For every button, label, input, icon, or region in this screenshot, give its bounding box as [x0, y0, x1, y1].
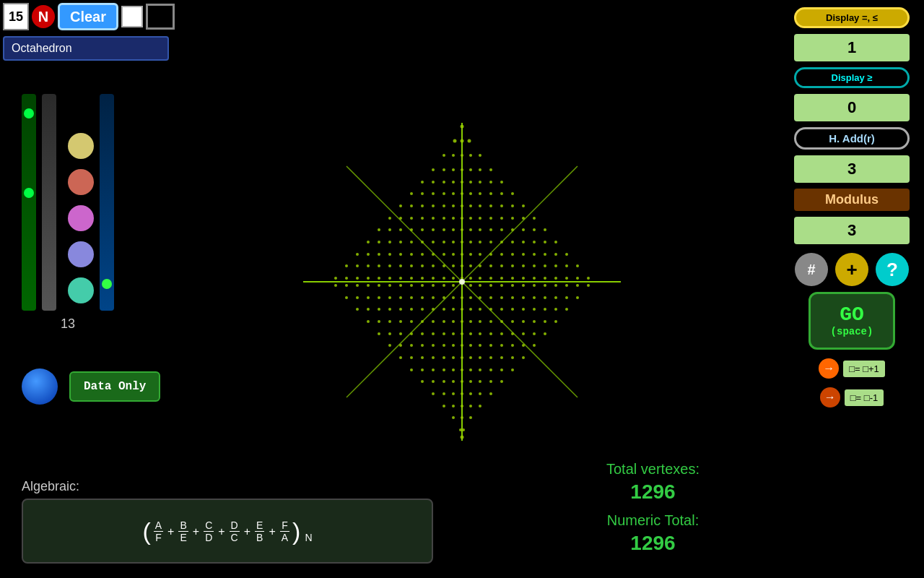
display-lte-button[interactable]: Display =, ≤ [794, 7, 910, 28]
svg-point-136 [421, 264, 424, 267]
green-slider[interactable] [22, 94, 36, 311]
display-gte-button[interactable]: Display ≥ [794, 67, 910, 88]
increment-plus-arrow[interactable]: → [819, 358, 839, 379]
svg-point-32 [500, 181, 503, 184]
question-icon[interactable]: ? [876, 253, 909, 286]
svg-point-265 [378, 332, 380, 335]
svg-point-197 [544, 284, 546, 287]
svg-point-258 [489, 320, 492, 323]
svg-point-252 [432, 320, 435, 323]
svg-point-342 [452, 416, 455, 419]
increment-minus-row: → □= □-1 [820, 387, 884, 407]
svg-point-8 [461, 125, 464, 129]
svg-point-156 [378, 277, 380, 280]
svg-point-140 [461, 264, 463, 267]
shape-dropdown[interactable]: Octahedron [3, 36, 169, 61]
svg-point-247 [378, 320, 380, 323]
frac-num-b: B [178, 519, 188, 532]
svg-point-17 [432, 168, 435, 171]
svg-point-332 [452, 392, 455, 395]
svg-point-238 [489, 308, 492, 311]
svg-point-318 [489, 368, 492, 371]
hadd-button[interactable]: H. Add(r) [794, 127, 910, 150]
go-button[interactable]: GO (space) [808, 292, 895, 350]
svg-point-333 [461, 392, 463, 395]
svg-point-190 [469, 284, 472, 287]
svg-point-144 [500, 264, 503, 267]
svg-point-135 [410, 264, 413, 267]
svg-point-96 [443, 241, 445, 243]
svg-point-31 [489, 181, 492, 184]
svg-point-47 [432, 204, 435, 207]
blue-slider[interactable] [100, 94, 114, 311]
n-badge: N [32, 5, 55, 28]
hash-icon[interactable]: # [795, 253, 828, 286]
svg-point-173 [554, 277, 557, 280]
svg-point-191 [479, 284, 481, 287]
svg-point-188 [443, 284, 445, 287]
modulus-value: 3 [794, 217, 910, 244]
svg-point-72 [378, 228, 380, 231]
svg-point-176 [587, 277, 590, 280]
svg-point-291 [479, 344, 481, 347]
svg-point-194 [511, 284, 514, 287]
svg-point-287 [443, 344, 445, 347]
svg-point-159 [410, 277, 413, 280]
svg-point-139 [452, 264, 455, 267]
svg-point-282 [388, 344, 391, 347]
svg-point-249 [399, 320, 402, 323]
clear-button[interactable]: Clear [58, 3, 118, 30]
plus-icon[interactable]: + [835, 253, 868, 286]
svg-point-102 [500, 241, 503, 243]
svg-point-328 [489, 380, 492, 383]
svg-point-325 [461, 380, 463, 383]
svg-point-91 [388, 241, 391, 243]
svg-point-154 [356, 277, 359, 280]
svg-point-277 [500, 332, 503, 335]
svg-point-129 [345, 264, 348, 267]
svg-point-111 [388, 253, 391, 256]
svg-point-112 [399, 253, 402, 256]
algebraic-box: ( A F + B E + C D + D C [22, 499, 433, 564]
svg-point-65 [469, 217, 472, 220]
frac-group: A F + B E + C D + D C + [154, 519, 289, 543]
svg-point-11 [468, 139, 471, 143]
svg-point-76 [421, 228, 424, 231]
svg-point-322 [432, 380, 435, 383]
svg-point-215 [479, 296, 481, 299]
svg-point-293 [500, 344, 503, 347]
svg-point-250 [410, 320, 413, 323]
svg-point-145 [511, 264, 514, 267]
svg-point-185 [410, 284, 413, 287]
svg-point-39 [469, 192, 472, 195]
svg-point-219 [522, 296, 525, 299]
right-panel: Display =, ≤ 1 Display ≥ 0 H. Add(r) 3 M… [787, 7, 917, 407]
svg-point-310 [410, 368, 413, 371]
svg-point-339 [461, 405, 463, 407]
svg-point-83 [489, 228, 492, 231]
svg-point-153 [345, 277, 348, 280]
svg-point-193 [500, 284, 503, 287]
svg-point-222 [554, 296, 557, 299]
svg-point-147 [533, 264, 536, 267]
svg-point-63 [452, 217, 455, 220]
svg-point-66 [479, 217, 481, 220]
svg-point-179 [345, 284, 348, 287]
svg-point-168 [500, 277, 503, 280]
svg-point-272 [452, 332, 455, 335]
blue-circle [22, 368, 58, 405]
svg-point-309 [522, 356, 525, 359]
svg-point-118 [461, 253, 463, 256]
increment-minus-label: □= □-1 [845, 389, 884, 406]
svg-point-187 [432, 284, 435, 287]
data-only-button[interactable]: Data Only [69, 371, 160, 402]
svg-point-16 [479, 154, 481, 157]
svg-point-341 [479, 405, 481, 407]
increment-minus-arrow[interactable]: → [820, 387, 840, 407]
svg-point-86 [522, 228, 525, 231]
frame-icon[interactable] [146, 4, 175, 30]
gray-slider[interactable] [42, 94, 56, 311]
svg-point-257 [479, 320, 481, 323]
svg-point-41 [489, 192, 492, 195]
svg-point-14 [461, 154, 463, 157]
